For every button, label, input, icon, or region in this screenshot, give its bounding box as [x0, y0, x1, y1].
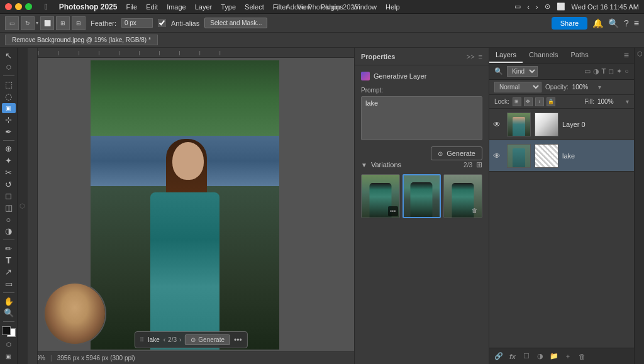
pen-tool[interactable]: ✏: [2, 243, 16, 254]
lock-position-icon[interactable]: ✥: [524, 97, 533, 106]
menu-type[interactable]: Type: [221, 3, 236, 11]
artboard-tool[interactable]: ⬡: [2, 62, 16, 73]
next-variation-icon[interactable]: ›: [179, 336, 181, 343]
lock-all-icon[interactable]: 🔒: [547, 97, 555, 106]
variations-toggle-icon[interactable]: ▼: [361, 162, 367, 168]
lock-artboard-icon[interactable]: /: [535, 97, 544, 106]
move-tool[interactable]: ↖: [2, 50, 16, 61]
menu-file[interactable]: File: [126, 3, 137, 11]
notifications-icon[interactable]: 🔔: [592, 18, 603, 28]
lock-checkerboard-icon[interactable]: ⊞: [513, 97, 521, 106]
more-options-icon[interactable]: •••: [234, 336, 242, 345]
add-mask-icon[interactable]: ☐: [521, 351, 532, 362]
dodge-tool[interactable]: ◑: [2, 226, 16, 237]
antialias-checkbox[interactable]: [158, 19, 166, 27]
filter-pixel-icon[interactable]: ▭: [584, 67, 591, 75]
fill-dropdown-icon[interactable]: ▾: [626, 98, 629, 105]
settings-icon[interactable]: ≡: [634, 18, 639, 28]
filter-smart-icon[interactable]: ✦: [616, 67, 622, 75]
layer0-visibility-icon[interactable]: 👁: [493, 120, 503, 129]
healing-tool[interactable]: ⊕: [2, 144, 16, 155]
brush-tool[interactable]: ✦: [2, 155, 16, 166]
layer-item-lake[interactable]: 👁 lake: [489, 140, 634, 172]
object-selection-tool[interactable]: ▣: [2, 103, 16, 114]
canvas-document[interactable]: [91, 60, 279, 350]
adjustment-layer-icon[interactable]: ◑: [535, 351, 546, 362]
variation-1[interactable]: •••: [361, 174, 400, 218]
text-tool[interactable]: T: [2, 255, 16, 266]
generate-bar-button[interactable]: ⊙ Generate: [185, 334, 230, 345]
document-tab[interactable]: Remove Background.jpeg @ 19% (lake, RGB/…: [5, 35, 158, 45]
collapse-right-icon[interactable]: ⬡: [636, 50, 643, 57]
layer-item-layer0[interactable]: 👁 Layer 0: [489, 109, 634, 140]
help-icon[interactable]: ?: [624, 18, 629, 28]
tab-layers[interactable]: Layers: [489, 48, 523, 63]
select-mask-button[interactable]: Select and Mask...: [204, 18, 267, 28]
variation-3-delete-icon[interactable]: 🗑: [472, 207, 480, 216]
properties-expand-icon[interactable]: >>: [467, 53, 475, 60]
menu-image[interactable]: Image: [167, 3, 186, 11]
path-selection-tool[interactable]: ↗: [2, 267, 16, 278]
foreground-background-color[interactable]: [2, 326, 16, 337]
feather-input[interactable]: [121, 18, 153, 28]
selection-rect-icon[interactable]: ▭: [5, 16, 19, 30]
airplay-icon[interactable]: ▭: [514, 3, 521, 11]
maximize-button[interactable]: [25, 3, 32, 10]
blur-tool[interactable]: ○: [2, 214, 16, 225]
menu-help[interactable]: Help: [386, 3, 400, 11]
fx-icon[interactable]: fx: [507, 351, 518, 362]
zoom-tool[interactable]: 🔍: [2, 307, 16, 318]
menu-select[interactable]: Select: [245, 3, 264, 11]
quick-mask-tool[interactable]: ⬡: [2, 339, 16, 350]
share-button[interactable]: Share: [552, 17, 587, 30]
close-button[interactable]: [5, 3, 12, 10]
properties-menu-icon[interactable]: ≡: [479, 53, 482, 60]
blend-mode-select[interactable]: Normal: [494, 82, 541, 92]
canvas-area[interactable]: |||||||||| ⠿ lake ‹: [28, 48, 354, 364]
opacity-dropdown-icon[interactable]: ▾: [598, 84, 601, 91]
collapse-left-icon[interactable]: ⬡: [19, 202, 25, 209]
menu-edit[interactable]: Edit: [146, 3, 158, 11]
variations-grid-icon[interactable]: ⊞: [476, 160, 482, 169]
fill-value[interactable]: 100%: [597, 98, 623, 105]
apple-menu[interactable]: : [45, 2, 48, 11]
folder-icon[interactable]: 📁: [548, 351, 560, 362]
variation-2[interactable]: [402, 174, 441, 218]
link-layers-icon[interactable]: 🔗: [493, 351, 504, 362]
marquee-subtract-icon[interactable]: ⊟: [72, 16, 86, 30]
clone-stamp-tool[interactable]: ✂: [2, 167, 16, 178]
shape-tool[interactable]: ▭: [2, 279, 16, 289]
hand-tool[interactable]: ✋: [2, 296, 16, 307]
gradient-tool[interactable]: ◫: [2, 202, 16, 213]
marquee-add-icon[interactable]: ⊞: [56, 16, 70, 30]
delete-layer-icon[interactable]: 🗑: [576, 351, 587, 362]
search-icon[interactable]: 🔍: [608, 18, 619, 28]
forward-icon[interactable]: ›: [536, 3, 538, 11]
eyedropper-tool[interactable]: ✒: [2, 126, 16, 137]
tab-paths[interactable]: Paths: [565, 48, 595, 63]
minimize-button[interactable]: [15, 3, 22, 10]
filter-toggle[interactable]: ○: [625, 67, 629, 75]
filter-adjustment-icon[interactable]: ◑: [593, 67, 599, 75]
layers-kind-select[interactable]: Kind: [507, 66, 538, 77]
window-controls[interactable]: [5, 3, 32, 10]
back-icon[interactable]: ‹: [527, 3, 530, 11]
new-layer-icon[interactable]: +: [562, 351, 574, 362]
history-brush-tool[interactable]: ↺: [2, 179, 16, 190]
menu-layer[interactable]: Layer: [195, 3, 213, 11]
eraser-tool[interactable]: ◻: [2, 190, 16, 201]
crop-tool[interactable]: ⊹: [2, 114, 16, 125]
lasso-tool[interactable]: ◌: [2, 91, 16, 102]
filter-text-icon[interactable]: T: [602, 67, 606, 75]
marquee-tool[interactable]: ⬚: [2, 79, 16, 90]
filter-shape-icon[interactable]: ◻: [608, 67, 614, 75]
lake-visibility-icon[interactable]: 👁: [493, 152, 503, 160]
variation-3[interactable]: 🗑: [443, 174, 482, 218]
opacity-value[interactable]: 100%: [572, 84, 594, 91]
marquee-rect-icon[interactable]: ⬜: [40, 16, 54, 30]
screen-mode[interactable]: ▣: [2, 351, 16, 361]
generate-button[interactable]: ⊙ Generate: [431, 146, 482, 160]
lasso-icon[interactable]: ↻: [21, 16, 35, 30]
tab-channels[interactable]: Channels: [523, 48, 564, 63]
variation-1-more[interactable]: •••: [388, 206, 398, 216]
